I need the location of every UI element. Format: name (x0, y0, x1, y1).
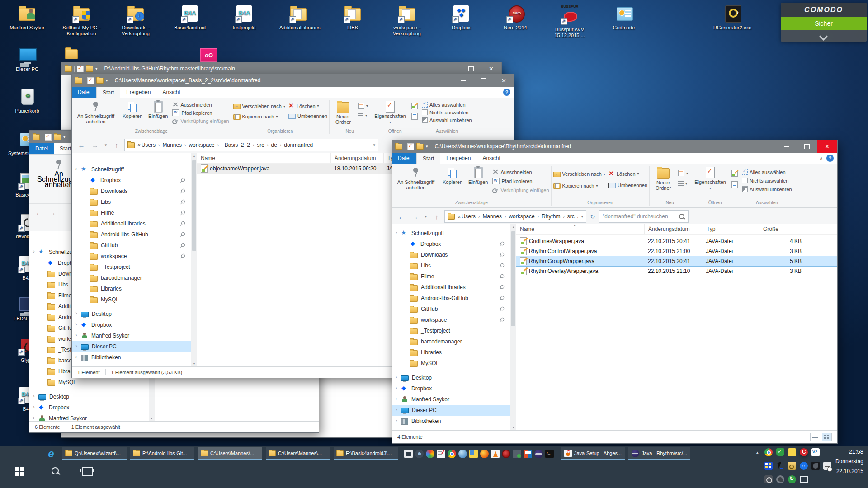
tab-datei[interactable]: Datei (392, 153, 416, 164)
taskbar-window-button[interactable]: E:\Basic4android3\... (334, 447, 398, 460)
sidebar-item[interactable]: Dropbox (29, 402, 149, 413)
sidebar-item[interactable]: Schnellzugriff (72, 164, 191, 175)
new-item-button[interactable]: ▾ (358, 103, 368, 109)
tray-icon[interactable] (811, 448, 820, 456)
desktop-icon[interactable]: workspace - Verknüpfung (388, 4, 426, 37)
breadcrumb-segment[interactable]: Mannes› (482, 213, 509, 220)
desktop-icon[interactable]: Downloads - Verknüpfung (117, 4, 155, 37)
desktop-icon-folder-partial[interactable] (65, 46, 78, 60)
sidebar-item[interactable]: Dropbox (72, 175, 191, 186)
rename-button[interactable]: Umbenennen (288, 113, 327, 119)
sidebar-item[interactable]: Filme (392, 271, 510, 282)
cut-button[interactable]: Ausschneiden (492, 169, 549, 175)
sidebar-item[interactable]: Desktop (392, 372, 510, 383)
pinned-app-icon[interactable] (458, 450, 467, 458)
tray-icon[interactable] (800, 448, 808, 456)
pinned-app-icon[interactable] (502, 450, 510, 458)
tray-icon[interactable] (764, 448, 773, 456)
sidebar-item[interactable]: Desktop (29, 391, 149, 402)
sidebar-item[interactable]: MySQL (72, 294, 191, 305)
address-bar[interactable]: « Users›Mannes›workspace›_Basis_2_2›src›… (124, 139, 378, 151)
rename-button[interactable]: Umbenennen (609, 182, 647, 188)
sidebar-item[interactable]: _Testproject (72, 262, 191, 272)
clock[interactable]: 21:58 Donnerstag 22.10.2015 (835, 448, 863, 475)
tray-icon[interactable] (776, 475, 784, 483)
select-all-button[interactable]: Alles auswählen (422, 102, 472, 108)
copy-path-button[interactable]: Pfad kopieren (492, 178, 549, 184)
tray-icon[interactable] (811, 462, 820, 470)
paste-button[interactable]: Einfügen (147, 100, 169, 119)
sidebar-item[interactable]: Bibliotheken (392, 416, 510, 427)
forward-icon[interactable]: → (47, 209, 58, 216)
sidebar-item[interactable]: Downloads (72, 186, 191, 197)
maximize-button[interactable] (473, 74, 494, 87)
quick-access-toolbar[interactable]: ▾ (29, 134, 69, 141)
select-none-button[interactable]: Nichts auswählen (422, 109, 472, 115)
column-header-date[interactable]: Änderungsdatum (645, 224, 703, 234)
taskbar-window-button[interactable]: C:\Users\Mannes\... (198, 447, 262, 460)
breadcrumb-segment[interactable]: _Basis_2_2› (222, 142, 257, 148)
sidebar-item[interactable]: GitHub (392, 304, 510, 314)
search-icon[interactable] (679, 213, 685, 220)
search-input[interactable]: "donmanfred" durchsuchen (599, 210, 689, 223)
address-dropdown-icon[interactable]: ▾ (578, 214, 583, 219)
start-button[interactable] (0, 461, 40, 482)
sidebar-item[interactable]: Bibliotheken (72, 352, 191, 363)
column-header-type[interactable]: Typ (703, 224, 760, 234)
tab-datei[interactable]: Datei (29, 143, 54, 154)
help-icon[interactable]: ? (503, 89, 510, 96)
sidebar-item[interactable]: Android-libs-GitHub (392, 293, 510, 304)
desktop-icon[interactable]: Basic4android (171, 4, 209, 31)
sidebar-item[interactable]: _Testproject (392, 325, 510, 336)
desktop-icon[interactable]: Dropbox (442, 4, 480, 31)
tab-freigeben[interactable]: Freigeben (120, 87, 156, 98)
quick-access-toolbar[interactable]: ▾ (61, 66, 101, 72)
titlebar[interactable]: ▾ P:\Android-libs-GitHub\Rhythm-master\l… (61, 62, 501, 75)
forward-icon[interactable]: → (409, 213, 421, 221)
search-button[interactable] (40, 461, 71, 482)
sidebar-item[interactable]: Libraries (392, 347, 510, 358)
sidebar-item[interactable]: Manfred Ssykor (72, 330, 191, 341)
column-header-name[interactable]: Name▴ (516, 224, 645, 234)
quick-access-toolbar[interactable]: ▾ (72, 77, 111, 84)
sidebar-item[interactable]: AdditionalLibraries (72, 218, 191, 229)
tab-start[interactable]: Start (416, 153, 440, 164)
invert-selection-button[interactable]: Auswahl umkehren (742, 186, 792, 192)
pinned-app-icon[interactable] (415, 450, 424, 458)
paste-shortcut-button[interactable]: Verknüpfung einfügen (172, 118, 229, 124)
select-none-button[interactable]: Nichts auswählen (742, 178, 792, 183)
back-icon[interactable]: ← (33, 209, 45, 216)
pinned-app-icon[interactable] (426, 450, 434, 458)
tab-ansicht[interactable]: Ansicht (156, 87, 186, 98)
delete-button[interactable]: Löschen▾ (288, 103, 327, 109)
desktop-icon[interactable]: AdditionalLibraries (279, 4, 317, 31)
copy-button[interactable]: Kopieren (441, 166, 464, 185)
breadcrumb-segment[interactable]: Rhythm› (542, 213, 567, 220)
up-icon[interactable]: ↑ (431, 213, 443, 221)
taskbar-window-button[interactable]: Java-Setup - Abges... (561, 447, 625, 460)
refresh-icon[interactable]: ↻ (588, 213, 597, 220)
breadcrumb-segment[interactable]: Mannes› (162, 142, 189, 148)
tray-icon[interactable] (788, 475, 796, 483)
sidebar-item[interactable]: Android-libs-GitHub (72, 229, 191, 240)
desktop-icon[interactable]: testprojekt (225, 4, 263, 31)
desktop-icon[interactable]: RGenerator2.exe (713, 4, 751, 31)
sidebar-item[interactable]: Libraries (72, 283, 191, 294)
pinned-app-icon[interactable] (491, 450, 500, 458)
taskbar-window-button[interactable]: Java - Rhythm/src/... (628, 447, 690, 460)
pinned-app-icon[interactable] (534, 450, 543, 458)
back-icon[interactable]: ← (396, 213, 407, 221)
breadcrumb-segment[interactable]: donmanfred› (284, 142, 313, 148)
help-icon[interactable]: ? (826, 155, 834, 162)
pinned-app-icon[interactable] (448, 450, 456, 458)
sidebar-item[interactable]: workspace (392, 314, 510, 325)
tab-ansicht[interactable]: Ansicht (476, 153, 506, 164)
sidebar-item[interactable]: Dropbox (72, 319, 191, 330)
thumbnail-view-button[interactable] (822, 433, 832, 441)
breadcrumb-segment[interactable]: src› (257, 142, 271, 148)
move-to-button[interactable]: Verschieben nach▾ (553, 171, 605, 177)
address-bar[interactable]: « Users›Mannes›workspace›Rhythm›src›de›d… (444, 210, 586, 223)
pinned-app-icon[interactable] (545, 450, 554, 458)
back-icon[interactable]: ← (75, 141, 87, 149)
desktop-icon[interactable]: LIBS (334, 4, 372, 31)
